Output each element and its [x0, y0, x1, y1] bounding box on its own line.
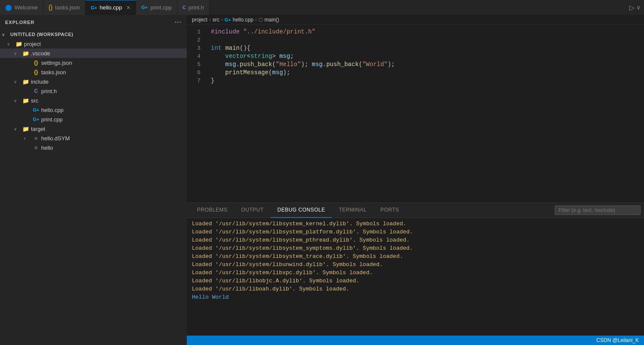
- tab-ports[interactable]: PORTS: [374, 203, 406, 218]
- src-folder-icon: 📁: [22, 97, 29, 104]
- sidebar-title: EXPLORER: [5, 20, 35, 25]
- line-num-6: 6: [187, 69, 207, 77]
- vscode-arrow: ∨: [14, 51, 21, 56]
- code-line-1: 1 #include "../include/print.h": [187, 28, 644, 36]
- console-line-4: Loaded '/usr/lib/system/libsystem_sympto…: [187, 244, 644, 252]
- line-num-5: 5: [187, 61, 207, 69]
- tree-item-project[interactable]: ∨ 📁 project: [0, 39, 187, 48]
- tree-item-settings-json[interactable]: {} settings.json: [0, 58, 187, 67]
- code-line-4: 4 vector<string> msg;: [187, 52, 644, 61]
- tab-welcome-label: Welcome: [15, 4, 38, 11]
- hello-cpp-file-label: hello.cpp: [41, 107, 64, 113]
- tree-item-target[interactable]: ∨ 📁 target: [0, 124, 187, 133]
- target-folder-icon: 📁: [22, 125, 29, 132]
- project-arrow: ∨: [7, 42, 14, 46]
- line-content-5: msg.push_back("Hello"); msg.push_back("W…: [207, 61, 395, 69]
- print-cpp-icon: G+: [141, 5, 148, 10]
- tree-item-include[interactable]: ∨ 📁 include: [0, 77, 187, 86]
- breadcrumb: project › src › G+ hello.cpp › ⬡ main(): [187, 15, 644, 24]
- tree-item-hello-exe[interactable]: ≡ hello: [0, 143, 187, 152]
- panel-tabs: PROBLEMS OUTPUT DEBUG CONSOLE TERMINAL P…: [187, 203, 644, 218]
- sidebar-menu-icon[interactable]: ···: [175, 18, 182, 26]
- project-label: project: [24, 41, 41, 47]
- bc-sep3: ›: [255, 17, 257, 23]
- workspace-name: UNTITLED (WORKSPACE): [10, 32, 73, 37]
- bottom-panel: PROBLEMS OUTPUT DEBUG CONSOLE TERMINAL P…: [187, 203, 644, 336]
- line-num-7: 7: [187, 77, 207, 85]
- hello-cpp-icon: G+: [91, 5, 97, 10]
- target-label: target: [31, 126, 45, 132]
- console-line-2: Loaded '/usr/lib/system/libsystem_platfo…: [187, 228, 644, 236]
- bc-file-icon: G+: [225, 17, 231, 22]
- debug-console[interactable]: Loaded '/usr/lib/system/libsystem_kernel…: [187, 218, 644, 336]
- project-folder-icon: 📁: [15, 40, 22, 47]
- tab-hello-cpp-close[interactable]: ✕: [126, 5, 131, 11]
- tree-item-print-cpp[interactable]: G+ print.cpp: [0, 115, 187, 124]
- console-line-7: Loaded '/usr/lib/system/libxpc.dylib'. S…: [187, 269, 644, 277]
- main-layout: EXPLORER ··· ∨ UNTITLED (WORKSPACE) ∨ 📁 …: [0, 15, 644, 345]
- line-content-6: printMessage(msg);: [207, 69, 290, 77]
- tab-welcome[interactable]: ⬤ Welcome: [0, 0, 43, 15]
- tree-item-tasks-json[interactable]: {} tasks.json: [0, 67, 187, 77]
- line-content-4: vector<string> msg;: [207, 52, 294, 61]
- file-tree: ∨ UNTITLED (WORKSPACE) ∨ 📁 project ∨ 📁 .…: [0, 30, 187, 345]
- code-editor[interactable]: 1 #include "../include/print.h" 2 3 int …: [187, 24, 644, 203]
- dsym-label: hello.dSYM: [41, 135, 70, 142]
- include-label: include: [31, 79, 49, 85]
- tab-terminal[interactable]: TERMINAL: [332, 203, 374, 218]
- tab-debug-console[interactable]: DEBUG CONSOLE: [270, 203, 332, 218]
- sidebar: EXPLORER ··· ∨ UNTITLED (WORKSPACE) ∨ 📁 …: [0, 15, 187, 345]
- tab-output[interactable]: OUTPUT: [234, 203, 270, 218]
- console-line-8: Loaded '/usr/lib/libobjc.A.dylib'. Symbo…: [187, 277, 644, 285]
- tab-print-cpp-label: print.cpp: [150, 4, 172, 11]
- console-line-3: Loaded '/usr/lib/system/libsystem_pthrea…: [187, 236, 644, 244]
- src-label: src: [31, 97, 38, 104]
- tree-item-hello-cpp[interactable]: G+ hello.cpp: [0, 105, 187, 115]
- tab-print-h-label: print.h: [188, 4, 204, 11]
- line-num-1: 1: [187, 28, 207, 36]
- bc-project: project: [192, 17, 207, 23]
- workspace-arrow: ∨: [2, 32, 9, 37]
- src-arrow: ∨: [14, 98, 21, 103]
- settings-json-icon: {}: [33, 59, 39, 66]
- print-h-icon: C: [182, 5, 186, 10]
- welcome-icon: ⬤: [5, 4, 12, 11]
- line-content-7: }: [207, 77, 214, 85]
- console-hello-world: Hello World: [187, 293, 644, 301]
- include-folder-icon: 📁: [22, 78, 29, 85]
- workspace-label[interactable]: ∨ UNTITLED (WORKSPACE): [0, 30, 187, 39]
- tab-tasks-json-label: tasks.json: [55, 4, 80, 11]
- content-area: project › src › G+ hello.cpp › ⬡ main() …: [187, 15, 644, 345]
- tasks-json-icon: {}: [49, 4, 52, 11]
- tree-item-vscode[interactable]: ∨ 📁 .vscode: [0, 48, 187, 58]
- tab-problems[interactable]: PROBLEMS: [190, 203, 234, 218]
- print-h-file-icon: C: [33, 88, 39, 94]
- console-line-6: Loaded '/usr/lib/system/libunwind.dylib'…: [187, 260, 644, 269]
- more-actions-icon[interactable]: ∨: [636, 4, 641, 11]
- tab-hello-cpp[interactable]: G+ hello.cpp ✕: [85, 0, 136, 15]
- print-cpp-file-label: print.cpp: [41, 116, 63, 123]
- tree-item-src[interactable]: ∨ 📁 src: [0, 96, 187, 105]
- code-line-2: 2: [187, 36, 644, 44]
- sidebar-header: EXPLORER ···: [0, 15, 187, 30]
- settings-json-label: settings.json: [41, 60, 72, 66]
- tasks-json-file-icon: {}: [33, 69, 39, 76]
- bc-src: src: [213, 17, 219, 23]
- tab-print-h[interactable]: C print.h: [177, 0, 210, 15]
- panel-filter-input[interactable]: [555, 206, 641, 215]
- tab-actions: ▷ ∨: [629, 3, 644, 12]
- line-num-4: 4: [187, 52, 207, 61]
- line-num-3: 3: [187, 44, 207, 52]
- dsym-arrow: ›: [24, 136, 31, 141]
- console-line-1: Loaded '/usr/lib/system/libsystem_kernel…: [187, 220, 644, 228]
- include-arrow: ∨: [14, 79, 21, 84]
- tab-hello-cpp-label: hello.cpp: [100, 4, 122, 11]
- run-icon[interactable]: ▷: [629, 3, 635, 12]
- tree-item-print-h[interactable]: C print.h: [0, 86, 187, 96]
- line-content-3: int main(){: [207, 44, 250, 52]
- tree-item-hello-dsym[interactable]: › ≡ hello.dSYM: [0, 133, 187, 143]
- tab-print-cpp[interactable]: G+ print.cpp: [136, 0, 177, 15]
- line-content-1: #include "../include/print.h": [207, 28, 316, 36]
- tab-tasks-json[interactable]: {} tasks.json: [43, 0, 85, 15]
- bc-cube-icon: ⬡: [258, 17, 263, 23]
